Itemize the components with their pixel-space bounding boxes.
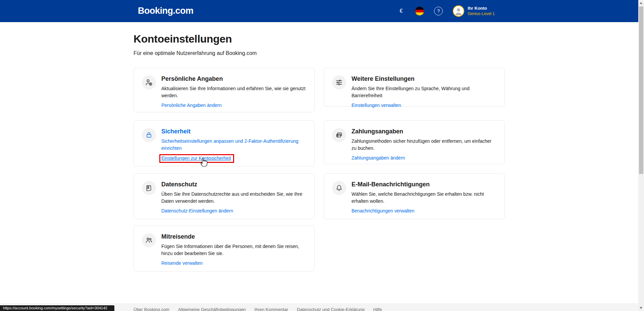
card-link-row: Reisende verwalten bbox=[161, 260, 306, 266]
card-body: Persönliche Angaben Aktualisieren Sie Ih… bbox=[161, 75, 306, 105]
person-add-icon bbox=[142, 75, 156, 89]
card-payment: Zahlungsangaben Zahlungsmethoden sicher … bbox=[324, 120, 505, 164]
card-body: Zahlungsangaben Zahlungsmethoden sicher … bbox=[352, 128, 496, 157]
scrollbar-thumb[interactable] bbox=[639, 6, 643, 174]
booking-logo[interactable]: Booking.com bbox=[138, 6, 194, 16]
card-privacy: Datenschutz Üben Sie Ihre Datenschutzrec… bbox=[133, 173, 315, 219]
id-card-icon bbox=[142, 181, 156, 195]
footer-link-3[interactable]: Datenschutz und Cookie-Erklärung bbox=[297, 307, 365, 311]
link-security[interactable]: Einstellungen zur Kontosicherheit bbox=[159, 154, 234, 163]
card-description: Aktualisieren Sie Ihre Informationen und… bbox=[161, 85, 306, 99]
currency-button[interactable]: € bbox=[397, 6, 405, 16]
card-description: Wählen Sie, welche Benachrichtigungen Si… bbox=[352, 191, 496, 205]
bell-icon bbox=[332, 181, 346, 195]
card-body: Mitreisende Fügen Sie Informationen über… bbox=[161, 233, 306, 264]
card-title: Sicherheit bbox=[161, 128, 306, 135]
people-icon bbox=[142, 233, 156, 247]
link-personal[interactable]: Persönliche Angaben ändern bbox=[161, 103, 222, 108]
card-link-row: Zahlungsangaben ändern bbox=[352, 155, 496, 161]
card-link-row: Einstellungen zur Kontosicherheit bbox=[161, 155, 306, 163]
page-subtitle: Für eine optimale Nutzererfahrung auf Bo… bbox=[133, 50, 257, 56]
card-title: E-Mail-Benachrichtigungen bbox=[352, 181, 496, 188]
scroll-down-arrow-icon[interactable] bbox=[640, 307, 642, 309]
card-email: E-Mail-Benachrichtigungen Wählen Sie, we… bbox=[324, 173, 505, 219]
card-title: Datenschutz bbox=[161, 181, 306, 188]
card-description: Ändern Sie Ihre Einstellungen zu Sprache… bbox=[352, 85, 496, 99]
card-link-row: Persönliche Angaben ändern bbox=[161, 102, 306, 108]
status-url-bubble: https://account.booking.com/mysettings/s… bbox=[0, 305, 114, 311]
card-title: Zahlungsangaben bbox=[352, 128, 496, 135]
card-body: Datenschutz Üben Sie Ihre Datenschutzrec… bbox=[161, 181, 306, 211]
card-link-row: Benachrichtigungen verwalten bbox=[352, 208, 496, 214]
link-privacy[interactable]: Datenschutz-Einstellungen ändern bbox=[161, 208, 233, 213]
lock-icon bbox=[142, 128, 156, 142]
card-link-row: Einstellungen verwalten bbox=[352, 102, 496, 108]
card-security: Sicherheit Sicherheitseinstellungen anpa… bbox=[133, 120, 315, 166]
person-silhouette bbox=[453, 6, 464, 16]
account-name: Ihr Konto bbox=[468, 6, 495, 11]
footer-links: Über Booking.comAllgemeine Geschäftsbedi… bbox=[133, 307, 382, 311]
account-menu[interactable]: Ihr Konto Genius-Level 1 bbox=[453, 5, 495, 17]
account-settings-page: Booking.com € ? Ihr Konto Genius-Level 1… bbox=[0, 0, 644, 311]
sliders-icon bbox=[332, 75, 346, 89]
card-body: Sicherheit Sicherheitseinstellungen anpa… bbox=[161, 128, 306, 159]
card-title: Persönliche Angaben bbox=[161, 75, 306, 82]
header: Booking.com € ? Ihr Konto Genius-Level 1 bbox=[0, 0, 644, 22]
page-title: Kontoeinstellungen bbox=[133, 33, 232, 45]
scroll-up-arrow-icon[interactable] bbox=[640, 2, 642, 4]
footer-link-2[interactable]: Ihren Kommentar bbox=[255, 307, 288, 311]
card-description: Üben Sie Ihre Datenschutzrechte aus und … bbox=[161, 191, 306, 205]
credit-cards-icon bbox=[332, 128, 346, 142]
link-travelers[interactable]: Reisende verwalten bbox=[161, 260, 203, 266]
avatar-icon bbox=[453, 5, 464, 17]
link-payment[interactable]: Zahlungsangaben ändern bbox=[352, 155, 405, 161]
card-title: Mitreisende bbox=[161, 233, 306, 240]
german-flag-icon[interactable] bbox=[415, 7, 424, 15]
link-email[interactable]: Benachrichtigungen verwalten bbox=[352, 208, 415, 213]
card-body: E-Mail-Benachrichtigungen Wählen Sie, we… bbox=[352, 181, 496, 211]
card-link-row: Datenschutz-Einstellungen ändern bbox=[161, 208, 306, 214]
genius-level-badge: Genius-Level 1 bbox=[468, 11, 495, 16]
card-travelers: Mitreisende Fügen Sie Informationen über… bbox=[133, 226, 315, 271]
card-settings: Weitere Einstellungen Ändern Sie Ihre Ei… bbox=[324, 68, 505, 107]
link-settings[interactable]: Einstellungen verwalten bbox=[352, 103, 401, 108]
footer-link-1[interactable]: Allgemeine Geschäftsbedingungen bbox=[178, 307, 246, 311]
card-personal: Persönliche Angaben Aktualisieren Sie Ih… bbox=[133, 68, 315, 112]
help-icon[interactable]: ? bbox=[434, 7, 443, 15]
footer-link-0[interactable]: Über Booking.com bbox=[133, 307, 169, 311]
card-description: Sicherheitseinstellungen anpassen und 2-… bbox=[161, 138, 306, 152]
card-title: Weitere Einstellungen bbox=[352, 75, 496, 82]
card-body: Weitere Einstellungen Ändern Sie Ihre Ei… bbox=[352, 75, 496, 99]
card-description: Fügen Sie Informationen über die Persone… bbox=[161, 243, 306, 257]
footer-link-4[interactable]: Hilfe bbox=[373, 307, 382, 311]
account-text: Ihr Konto Genius-Level 1 bbox=[468, 6, 495, 16]
scrollbar[interactable] bbox=[638, 0, 644, 311]
header-actions: € ? Ihr Konto Genius-Level 1 bbox=[397, 0, 495, 22]
card-description: Zahlungsmethoden sicher hinzufügen oder … bbox=[352, 138, 496, 152]
